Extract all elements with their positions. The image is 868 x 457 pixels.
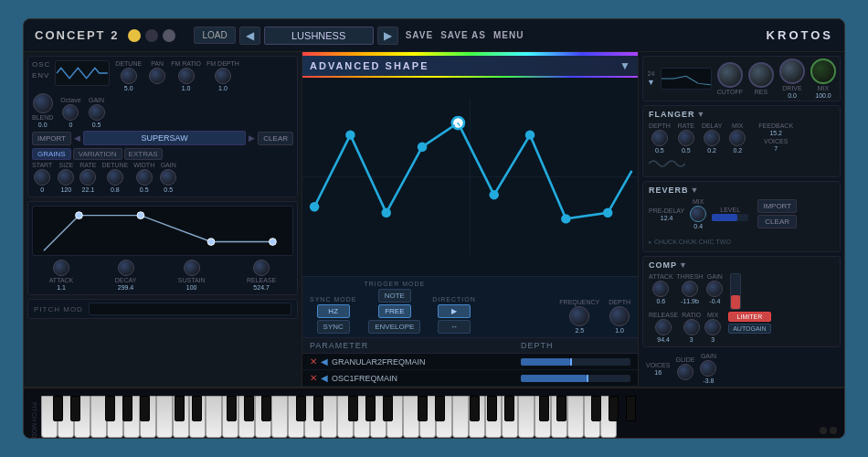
- flanger-mix-knob[interactable]: [729, 130, 746, 146]
- white-key[interactable]: [206, 396, 222, 438]
- comp-dropdown-icon[interactable]: ▼: [679, 260, 687, 270]
- reverb-dropdown-icon[interactable]: ▼: [691, 186, 699, 195]
- flanger-depth-knob[interactable]: [651, 130, 668, 146]
- grains-button[interactable]: GRAINS: [32, 148, 71, 160]
- gain-knob[interactable]: [89, 104, 105, 121]
- black-key[interactable]: [539, 396, 549, 421]
- row2-depth[interactable]: [521, 375, 630, 382]
- white-key[interactable]: [518, 396, 535, 438]
- black-key[interactable]: [470, 396, 480, 421]
- black-key[interactable]: [556, 396, 566, 421]
- white-key[interactable]: [567, 396, 584, 438]
- free-button[interactable]: FREE: [378, 304, 411, 318]
- black-key[interactable]: [122, 396, 132, 421]
- black-key[interactable]: [365, 396, 376, 421]
- save-as-button[interactable]: SAVE AS: [440, 30, 486, 40]
- comp-mix-knob[interactable]: [704, 319, 721, 335]
- sun-icon[interactable]: [128, 29, 141, 42]
- release-knob[interactable]: [253, 260, 270, 276]
- black-key[interactable]: [175, 396, 185, 421]
- drive-knob[interactable]: [779, 58, 805, 84]
- cloud-icon[interactable]: [145, 29, 158, 42]
- variation-button[interactable]: VARIATION: [73, 148, 122, 160]
- fm-depth-knob[interactable]: [215, 68, 231, 84]
- menu-button[interactable]: MENU: [493, 30, 524, 40]
- row1-depth[interactable]: [521, 358, 630, 366]
- black-key[interactable]: [313, 396, 323, 421]
- octave-knob[interactable]: [62, 104, 79, 121]
- black-key[interactable]: [70, 396, 80, 421]
- black-key[interactable]: [418, 396, 428, 421]
- black-key[interactable]: [192, 396, 202, 421]
- comp-release-knob[interactable]: [655, 319, 672, 335]
- shape-display[interactable]: [302, 78, 638, 276]
- black-key[interactable]: [504, 396, 514, 421]
- adv-depth-knob[interactable]: [609, 306, 630, 326]
- black-key[interactable]: [140, 396, 150, 421]
- flanger-rate-knob[interactable]: [678, 130, 694, 146]
- black-key[interactable]: [487, 396, 497, 421]
- keys-container[interactable]: [41, 396, 617, 438]
- load-button[interactable]: LOAD: [194, 27, 235, 44]
- black-key[interactable]: [348, 396, 358, 421]
- remove-row2-button[interactable]: ✕: [310, 373, 317, 383]
- import-button[interactable]: IMPORT: [32, 132, 71, 145]
- flanger-dropdown-icon[interactable]: ▼: [697, 110, 705, 119]
- white-key[interactable]: [452, 396, 469, 438]
- white-key[interactable]: [156, 396, 173, 438]
- reverb-mix-knob[interactable]: [690, 206, 706, 222]
- cutoff-knob[interactable]: [717, 62, 743, 88]
- black-key[interactable]: [244, 396, 254, 421]
- clear-button[interactable]: CLEAR: [258, 132, 293, 145]
- black-key[interactable]: [227, 396, 237, 421]
- next-patch-button[interactable]: ▶: [377, 27, 398, 45]
- decay-knob[interactable]: [118, 260, 134, 276]
- sustain-knob[interactable]: [184, 260, 200, 276]
- blend-knob[interactable]: [33, 93, 53, 113]
- black-key[interactable]: [105, 396, 115, 421]
- size-knob[interactable]: [58, 169, 74, 186]
- pan-knob[interactable]: [149, 68, 165, 84]
- extras-button[interactable]: EXTRAS: [124, 148, 163, 160]
- autogain-button[interactable]: AUTOGAIN: [728, 324, 770, 334]
- glide-knob[interactable]: [677, 364, 693, 380]
- note-button[interactable]: NOTE: [378, 289, 411, 303]
- filter-mix-knob[interactable]: [810, 58, 836, 84]
- moon-icon[interactable]: [163, 29, 175, 42]
- comp-gain-knob[interactable]: [706, 281, 723, 297]
- master-gain-knob[interactable]: [700, 360, 716, 377]
- filter-dropdown-icon[interactable]: ▼: [647, 78, 655, 87]
- black-key[interactable]: [261, 396, 271, 421]
- black-key[interactable]: [383, 396, 393, 421]
- black-key[interactable]: [53, 396, 63, 421]
- black-key[interactable]: [591, 396, 601, 421]
- prev-patch-button[interactable]: ◀: [239, 27, 260, 45]
- remove-row1-button[interactable]: ✕: [310, 356, 317, 367]
- flanger-delay-knob[interactable]: [704, 130, 720, 146]
- reverb-import-button[interactable]: IMPORT: [757, 199, 797, 213]
- attack-knob[interactable]: [53, 260, 69, 276]
- detune-knob[interactable]: [121, 68, 137, 84]
- fm-ratio-knob[interactable]: [178, 68, 195, 84]
- advanced-shape-dropdown-icon[interactable]: ▼: [619, 59, 630, 72]
- comp-attack-knob[interactable]: [652, 281, 669, 297]
- black-key[interactable]: [435, 396, 445, 421]
- sync-button[interactable]: SYNC: [317, 320, 350, 334]
- detune2-knob[interactable]: [107, 169, 123, 186]
- black-key[interactable]: [626, 396, 636, 421]
- comp-thresh-knob[interactable]: [682, 281, 698, 297]
- res-knob[interactable]: [748, 62, 774, 88]
- grain-gain-knob[interactable]: [160, 169, 176, 186]
- save-button[interactable]: SAVE: [406, 30, 434, 40]
- hz-button[interactable]: HZ: [317, 304, 350, 318]
- envelope-button[interactable]: ENVELOPE: [368, 320, 420, 334]
- frequency-knob[interactable]: [569, 306, 589, 326]
- start-knob[interactable]: [34, 169, 50, 186]
- rate-knob[interactable]: [79, 169, 96, 186]
- comp-ratio-knob[interactable]: [683, 319, 700, 335]
- pingpong-button[interactable]: ↔: [438, 320, 471, 334]
- width-knob[interactable]: [136, 169, 153, 186]
- limiter-button[interactable]: LIMITER: [728, 312, 770, 322]
- reverb-clear-button[interactable]: CLEAR: [757, 215, 797, 228]
- forward-button[interactable]: ▶: [438, 304, 471, 318]
